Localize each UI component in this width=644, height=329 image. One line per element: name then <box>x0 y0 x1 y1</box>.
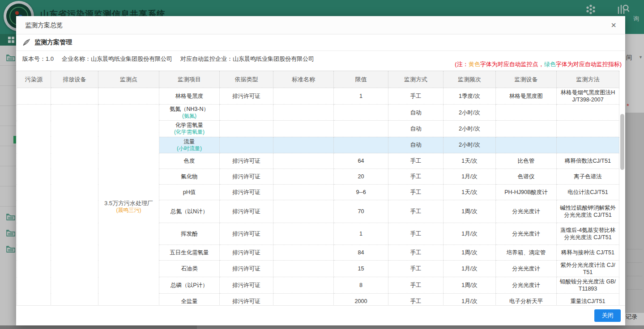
table-cell: 分光光度计 <box>496 200 557 223</box>
table-cell <box>220 105 273 121</box>
monitor-item-cell: 氟化物 <box>159 169 220 185</box>
table-cell: 自动 <box>388 105 444 121</box>
table-cell: 排污许可证 <box>220 200 273 223</box>
table-cell <box>220 137 273 153</box>
table-cell <box>273 121 334 137</box>
table-cell: 排污许可证 <box>220 245 273 261</box>
table-cell: 排污许可证 <box>220 185 273 200</box>
table-cell: 钼酸铵分光光度法 GB/T11893 <box>557 277 619 294</box>
table-cell <box>334 105 388 121</box>
table-cell: 手工 <box>388 153 444 169</box>
table-cell <box>273 277 334 294</box>
table-cell <box>557 137 619 153</box>
close-icon[interactable]: × <box>608 20 619 30</box>
table-cell: 1周/次 <box>444 245 496 261</box>
table-cell: 手工 <box>388 277 444 294</box>
table-cell: 稀释倍数法CJ/T51 <box>557 153 619 169</box>
monitor-item-cell: pH值 <box>159 185 220 200</box>
table-cell: 林格曼黑度图 <box>496 88 557 105</box>
table-cell: 排污许可证 <box>220 153 273 169</box>
table-cell: 自动 <box>388 137 444 153</box>
table-cell <box>17 105 51 307</box>
table-cell: 2小时/次 <box>444 137 496 153</box>
table-header-row: 污染源排放设备监测点监测项目依据类型标准名称限值监测方式监测频次监测设备监测方法 <box>17 71 619 88</box>
table-cell: 8 <box>334 277 388 294</box>
table-cell: 排污许可证 <box>220 88 273 105</box>
table-cell <box>273 153 334 169</box>
table-cell: 离子色谱法 <box>557 169 619 185</box>
column-header: 排放设备 <box>51 71 98 88</box>
table-cell <box>334 137 388 153</box>
table-cell: 15 <box>334 261 388 277</box>
monitoring-plan-modal: 监测方案总览 × 监测方案管理 版本号：1.0企业名称：山东晨鸣纸业集团股份有限… <box>16 16 625 325</box>
column-header: 监测项目 <box>159 71 220 88</box>
close-button[interactable]: 关闭 <box>594 309 621 322</box>
table-cell: 20 <box>334 169 388 185</box>
modal-footer: 关闭 <box>16 305 625 325</box>
table-cell: 1天/次 <box>444 153 496 169</box>
plan-table-body: 林格曼黑度排污许可证1手工1季度/次林格曼黑度图林格曼烟气黑度图法HJ/T398… <box>17 88 619 307</box>
column-header: 监测点 <box>98 71 159 88</box>
table-cell: 1 <box>334 88 388 105</box>
table-cell: 电位计法CJ/T51 <box>557 185 619 200</box>
monitor-item-cell: 色度 <box>159 153 220 169</box>
table-cell: 林格曼烟气黑度图法HJ/T398-2007 <box>557 88 619 105</box>
table-cell: 1月/次 <box>444 294 496 306</box>
table-cell: 重量法CJ/T51 <box>557 294 619 306</box>
feather-icon <box>22 38 30 46</box>
table-cell: 1周/次 <box>444 277 496 294</box>
table-cell: 84 <box>334 245 388 261</box>
monitor-item-cell: 总氮（以N计） <box>159 200 220 223</box>
table-cell: 1月/次 <box>444 261 496 277</box>
table-cell: 紫外分光光度计法 CJ/T51 <box>557 261 619 277</box>
plan-info-bar: 版本号：1.0企业名称：山东晨鸣纸业集团股份有限公司对应自动监控企业：山东晨鸣纸… <box>16 51 625 71</box>
table-cell: 手工 <box>388 245 444 261</box>
table-cell <box>496 121 557 137</box>
table-cell: 分光光度计 <box>496 223 557 245</box>
table-cell <box>51 105 98 307</box>
plan-info: 版本号：1.0企业名称：山东晨鸣纸业集团股份有限公司对应自动监控企业：山东晨鸣纸… <box>22 55 322 63</box>
table-cell: 1天/次 <box>444 185 496 200</box>
column-header: 监测设备 <box>496 71 557 88</box>
table-cell: 碱性过硫酸钾消解紫外分光光度法 CJ/T51 <box>557 200 619 223</box>
table-cell: 1月/次 <box>444 223 496 245</box>
modal-title: 监测方案总览 <box>25 21 63 30</box>
table-cell <box>496 105 557 121</box>
vertical-scrollbar-thumb[interactable] <box>620 114 624 170</box>
column-header: 监测方式 <box>388 71 444 88</box>
table-cell <box>557 121 619 137</box>
monitor-item-cell: 五日生化需氧量 <box>159 245 220 261</box>
monitoring-plan-table: 污染源排放设备监测点监测项目依据类型标准名称限值监测方式监测频次监测设备监测方法… <box>17 71 619 306</box>
table-cell: 手工 <box>388 200 444 223</box>
table-cell: 手工 <box>388 169 444 185</box>
table-cell: 排污许可证 <box>220 223 273 245</box>
monitor-point-cell: 3.5万方污水处理厂(晨鸣三污) <box>98 105 159 307</box>
table-cell: 手工 <box>388 88 444 105</box>
table-cell: 1 <box>334 223 388 245</box>
table-cell: 排污许可证 <box>220 294 273 306</box>
table-cell: 培养箱、滴定管 <box>496 245 557 261</box>
table-cell: 1季度/次 <box>444 88 496 105</box>
auto-company-text: 对应自动监控企业：山东晨鸣纸业集团股份有限公司 <box>180 55 314 62</box>
table-cell: 比色管 <box>496 153 557 169</box>
monitor-item-cell: 林格曼黑度 <box>159 88 220 105</box>
table-cell: 64 <box>334 153 388 169</box>
column-header: 污染源 <box>17 71 51 88</box>
table-cell <box>273 185 334 200</box>
table-cell: 分光光度计 <box>496 277 557 294</box>
table-cell <box>220 121 273 137</box>
table-row: 林格曼黑度排污许可证1手工1季度/次林格曼黑度图林格曼烟气黑度图法HJ/T398… <box>17 88 619 105</box>
table-cell <box>51 88 98 105</box>
table-cell <box>273 245 334 261</box>
yellow-word: 黄色 <box>469 61 480 67</box>
table-cell: 手工 <box>388 294 444 306</box>
table-cell: 9--6 <box>334 185 388 200</box>
table-cell: 稀释与接种法 CJ/T51 <box>557 245 619 261</box>
green-word: 绿色 <box>544 61 556 67</box>
table-cell <box>273 200 334 223</box>
table-cell <box>334 121 388 137</box>
company-text: 企业名称：山东晨鸣纸业集团股份有限公司 <box>62 55 172 62</box>
table-cell: 排污许可证 <box>220 261 273 277</box>
table-cell: 电子分析天平 <box>496 294 557 306</box>
table-cell <box>17 88 51 105</box>
